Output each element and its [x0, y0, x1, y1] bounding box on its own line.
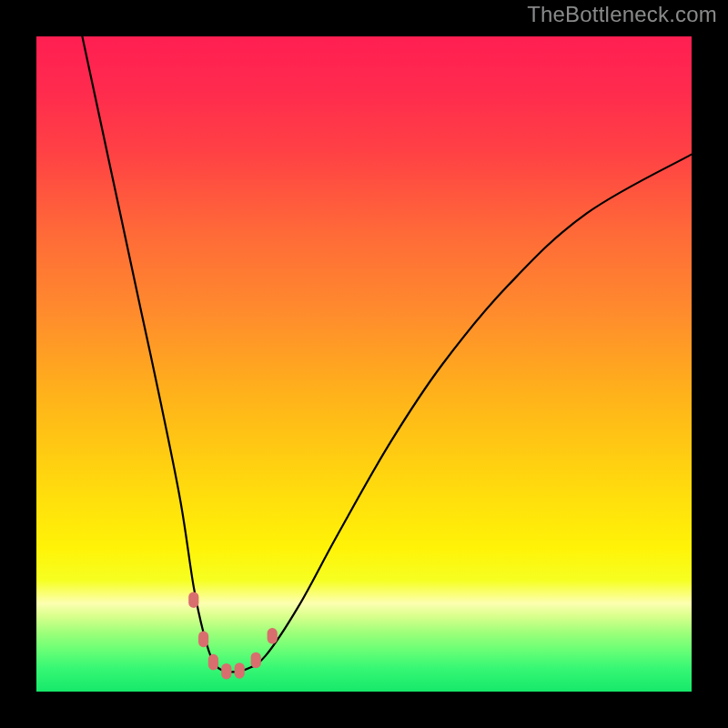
marker	[251, 652, 261, 669]
bottleneck-curve	[36, 36, 692, 692]
marker	[221, 663, 231, 680]
chart-frame: TheBottleneck.com	[0, 0, 728, 728]
low-zone-markers	[188, 592, 278, 679]
curve-path	[82, 36, 692, 672]
marker	[235, 662, 245, 679]
marker	[188, 592, 198, 608]
marker	[268, 628, 278, 644]
plot-area	[36, 36, 692, 692]
marker	[198, 632, 208, 648]
marker	[208, 654, 218, 671]
watermark-text: TheBottleneck.com	[527, 2, 717, 27]
